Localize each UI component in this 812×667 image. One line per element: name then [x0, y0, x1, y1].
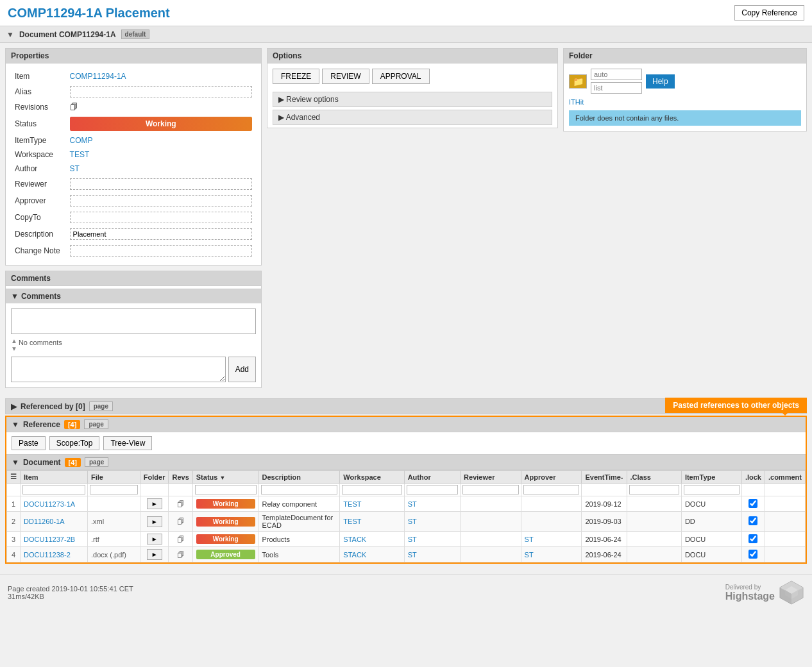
revs-copy-icon-2[interactable]: 🗍 — [177, 518, 184, 525]
filter-input-workspace[interactable] — [342, 485, 402, 494]
doc-subsection-collapse-icon[interactable]: ▼ — [12, 458, 19, 467]
cell-workspace-2: TEST — [340, 512, 404, 532]
review-options-header[interactable]: ▶ Review options — [273, 92, 552, 106]
workspace-link-2[interactable]: TEST — [343, 518, 361, 525]
prop-input-reviewer[interactable] — [70, 178, 252, 190]
author-link-1[interactable]: ST — [408, 500, 417, 508]
lock-checkbox-1[interactable] — [749, 499, 757, 508]
add-comment-button[interactable]: Add — [228, 357, 256, 382]
filter-input-reviewer[interactable] — [462, 485, 518, 494]
col-header-approver: Approver — [521, 471, 582, 484]
status-cell-3: Working — [196, 534, 255, 544]
approval-button[interactable]: APPROVAL — [372, 69, 430, 84]
cell-status-1: Working — [192, 496, 258, 512]
collapse-arrow-icon[interactable]: ▼ — [6, 30, 14, 39]
prop-row-description: Description — [12, 226, 255, 242]
col-header-item: Item — [21, 471, 88, 484]
prop-input-copyto[interactable] — [70, 212, 252, 223]
folder-nav-1[interactable]: ► — [147, 498, 162, 509]
filter-input-author[interactable] — [407, 485, 458, 494]
author-link-2[interactable]: ST — [408, 518, 417, 525]
approver-link-4[interactable]: ST — [525, 551, 534, 559]
approver-link-3[interactable]: ST — [525, 536, 534, 543]
copy-reference-button[interactable]: Copy Reference — [734, 5, 804, 21]
filter-input-itemtype[interactable] — [684, 485, 740, 494]
advanced-header[interactable]: ▶ Advanced — [273, 110, 552, 124]
doc-subsection-page-tag: page — [85, 457, 108, 467]
filter-input-description[interactable] — [261, 485, 338, 494]
cell-approver-1 — [521, 496, 582, 512]
cell-lock-3 — [741, 532, 765, 547]
comments-header[interactable]: ▼ Comments — [6, 289, 261, 303]
review-button[interactable]: REVIEW — [322, 69, 369, 84]
folder-nav-3[interactable]: ► — [147, 534, 162, 545]
author-link-3[interactable]: ST — [408, 536, 417, 543]
delivered-by-label: Delivered by — [725, 584, 775, 591]
folder-list-input[interactable] — [591, 82, 642, 94]
col-header-eventtime: EventTime- — [582, 471, 627, 484]
lock-checkbox-4[interactable] — [749, 550, 757, 559]
reference-page-tag: page — [84, 419, 108, 429]
item-link-1[interactable]: DOCU11273-1A — [24, 500, 75, 508]
cell-reviewer-1 — [461, 496, 521, 512]
filter-comment — [765, 484, 805, 496]
item-link-3[interactable]: DOCU11237-2B — [24, 536, 75, 543]
cell-file-3: .rtf — [88, 532, 140, 547]
lock-checkbox-3[interactable] — [749, 534, 757, 543]
revs-copy-icon-4[interactable]: 🗍 — [177, 551, 184, 559]
lock-checkbox-2[interactable] — [749, 516, 757, 525]
cell-lock-2 — [741, 512, 765, 532]
revisions-icon[interactable]: 🗍 — [70, 103, 78, 112]
filter-input-class[interactable] — [629, 485, 679, 494]
prop-value-item[interactable]: COMP11294-1A — [70, 72, 126, 81]
tree-view-button[interactable]: Tree-View — [103, 436, 152, 450]
paste-button[interactable]: Paste — [12, 436, 46, 450]
prop-value-workspace[interactable]: TEST — [70, 150, 90, 159]
scope-top-button[interactable]: Scope:Top — [49, 436, 100, 450]
cell-folder-1: ► — [140, 496, 169, 512]
prop-input-description[interactable] — [70, 228, 252, 240]
folder-icon[interactable]: 📁 — [569, 74, 587, 89]
filter-input-approver[interactable] — [523, 485, 580, 494]
freeze-button[interactable]: FREEZE — [273, 69, 319, 84]
col-header-description: Description — [258, 471, 340, 484]
prop-input-changenote[interactable] — [70, 245, 252, 257]
cell-reviewer-3 — [461, 532, 521, 547]
item-link-4[interactable]: DOCU11238-2 — [24, 551, 71, 559]
reference-collapse-icon[interactable]: ▼ — [12, 420, 19, 429]
revs-copy-icon-3[interactable]: 🗍 — [177, 536, 184, 543]
workspace-link-3[interactable]: STACK — [343, 536, 366, 543]
workspace-link-1[interactable]: TEST — [343, 500, 361, 508]
col-header-itemtype: ItemType — [681, 471, 741, 484]
filter-input-status[interactable] — [195, 485, 257, 494]
workspace-link-4[interactable]: STACK — [343, 551, 366, 559]
item-link-2[interactable]: DD11260-1A — [24, 518, 65, 525]
status-cell-1: Working — [196, 499, 255, 509]
prop-label-itemtype: ItemType — [12, 134, 66, 147]
revs-copy-icon-1[interactable]: 🗍 — [177, 500, 184, 508]
prop-value-author[interactable]: ST — [70, 164, 80, 173]
filter-input-item[interactable] — [22, 485, 85, 494]
folder-nav-2[interactable]: ► — [147, 516, 162, 527]
comment-input[interactable] — [11, 357, 226, 382]
prop-value-itemtype[interactable]: COMP — [70, 136, 93, 145]
col-header-status: Status ▼ — [192, 471, 258, 484]
author-link-4[interactable]: ST — [408, 551, 417, 559]
filter-description — [258, 484, 340, 496]
cell-description-4: Tools — [258, 547, 340, 562]
filter-drag — [7, 484, 21, 496]
filter-input-file[interactable] — [90, 485, 138, 494]
cell-author-3: ST — [404, 532, 460, 547]
reference-badge: [4] — [64, 420, 80, 429]
left-panel: Properties Item COMP11294-1A Alias Revis… — [5, 48, 262, 393]
prop-input-alias[interactable] — [70, 86, 252, 97]
cell-class-2 — [627, 512, 681, 532]
folder-nav-4[interactable]: ► — [147, 549, 162, 560]
help-button[interactable]: Help — [646, 74, 675, 89]
it-hit-link[interactable]: ITHit — [569, 98, 584, 106]
page-header: COMP11294-1A Placement Copy Reference — [0, 0, 812, 26]
reference-table-body: 1 DOCU11273-1A ► 🗍 Working Relay compone… — [7, 496, 806, 562]
prop-input-approver[interactable] — [70, 195, 252, 207]
cell-itemtype-2: DD — [681, 512, 741, 532]
folder-auto-input[interactable] — [591, 69, 642, 80]
